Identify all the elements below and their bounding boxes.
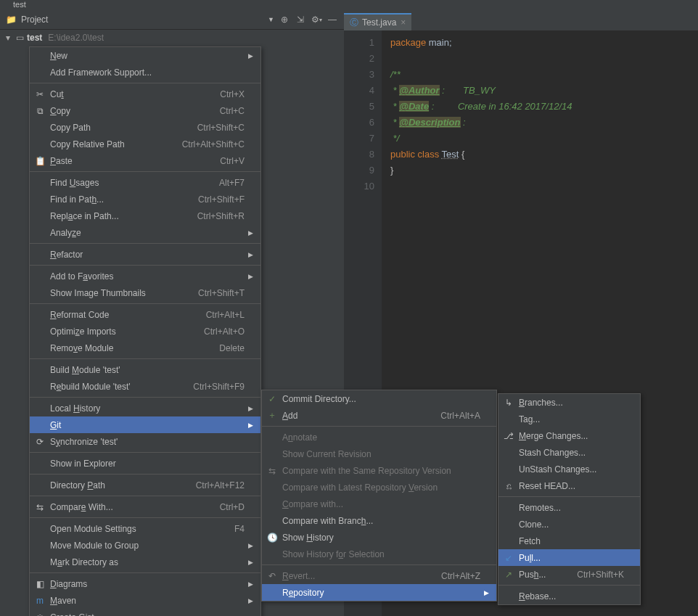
menu-item-label: Pull... <box>519 553 624 563</box>
repo-submenu-item[interactable]: Clone... <box>498 516 640 533</box>
menu-icon: 📋 <box>34 155 46 167</box>
context-menu-item[interactable]: Add to Favorites▶ <box>30 268 260 284</box>
code-line[interactable] <box>390 178 698 194</box>
repo-submenu-item[interactable]: UnStash Changes... <box>498 461 640 477</box>
menu-separator <box>30 171 260 172</box>
repo-submenu-item[interactable]: Fetch <box>498 533 640 549</box>
context-menu-item[interactable]: Find in Path...Ctrl+Shift+F <box>30 191 260 208</box>
menu-item-label: Add <box>282 411 440 421</box>
code-line[interactable]: public class Test { <box>390 147 698 163</box>
locate-icon[interactable]: ⊕ <box>279 14 290 25</box>
menu-item-shortcut: Ctrl+Shift+T <box>198 288 245 298</box>
menu-item-shortcut: Ctrl+Alt+Z <box>441 571 480 581</box>
context-menu-item[interactable]: Move Module to Group▶ <box>30 537 260 554</box>
hide-icon[interactable]: — <box>327 14 338 25</box>
repo-submenu-item[interactable]: Stash Changes... <box>498 444 640 461</box>
menu-separator <box>262 564 496 565</box>
context-menu-item[interactable]: Replace in Path...Ctrl+Shift+R <box>30 208 260 224</box>
context-menu-item[interactable]: ⇆Compare With...Ctrl+D <box>30 498 260 515</box>
menu-icon: ↶ <box>266 570 278 582</box>
context-menu-item[interactable]: Find UsagesAlt+F7 <box>30 174 260 191</box>
context-menu-item[interactable]: Reformat CodeCtrl+Alt+L <box>30 306 260 323</box>
menu-icon: ↳ <box>503 397 514 408</box>
context-menu-item[interactable]: ◌Create Gist... <box>30 609 260 616</box>
repo-submenu-item[interactable]: ↳Branches... <box>498 394 640 411</box>
context-menu-item[interactable]: ⟳Synchronize 'test' <box>30 433 260 450</box>
menu-separator <box>30 358 260 359</box>
menu-item-label: Cut <box>50 89 220 99</box>
context-menu-item[interactable]: Remove ModuleDelete <box>30 340 260 356</box>
repo-submenu-item[interactable]: Rebase... <box>498 588 640 604</box>
gear-icon[interactable]: ⚙▾ <box>311 14 322 25</box>
menu-item-label: Compare with the Same Repository Version <box>282 466 480 476</box>
git-submenu-item[interactable]: 🕓Show History <box>262 529 496 546</box>
folder-icon: 📁 <box>6 15 17 25</box>
context-menu-item[interactable]: Optimize ImportsCtrl+Alt+O <box>30 323 260 340</box>
submenu-arrow-icon: ▶ <box>245 273 253 280</box>
menu-item-shortcut: Ctrl+Alt+A <box>440 411 480 421</box>
context-menu-item[interactable]: Rebuild Module 'test'Ctrl+Shift+F9 <box>30 378 260 395</box>
repo-submenu-item[interactable]: ↙Pull... <box>498 549 640 566</box>
menu-item-shortcut: Alt+F7 <box>219 178 245 188</box>
menu-item-label: Remotes... <box>519 503 624 513</box>
collapse-all-icon[interactable]: ⇲ <box>295 14 306 25</box>
repository-submenu[interactable]: ↳Branches...Tag...⎇Merge Changes...Stash… <box>498 393 641 605</box>
code-line[interactable]: * @Date : Create in 16:42 2017/12/14 <box>390 99 698 115</box>
chevron-down-icon[interactable]: ▼ <box>268 16 274 23</box>
context-menu-item[interactable]: Build Module 'test' <box>30 361 260 378</box>
code-line[interactable] <box>390 51 698 67</box>
git-submenu-item: Show Current Revision <box>262 445 496 462</box>
expand-arrow-icon[interactable]: ▾ <box>6 33 16 43</box>
menu-separator <box>30 572 260 573</box>
git-submenu-item[interactable]: ＋AddCtrl+Alt+A <box>262 407 496 424</box>
git-submenu-item[interactable]: Compare with Branch... <box>262 512 496 529</box>
context-menu-item[interactable]: ◧Diagrams▶ <box>30 575 260 592</box>
editor-tab-test-java[interactable]: Ⓒ Test.java × <box>344 13 411 30</box>
repo-submenu-item[interactable]: ↗Push...Ctrl+Shift+K <box>498 566 640 583</box>
git-submenu-item[interactable]: ✓Commit Directory... <box>262 390 496 407</box>
context-menu-item[interactable]: Directory PathCtrl+Alt+F12 <box>30 477 260 493</box>
context-menu-item[interactable]: Git▶ <box>30 416 260 433</box>
code-line[interactable]: } <box>390 163 698 178</box>
context-menu-item[interactable]: Show in Explorer <box>30 455 260 472</box>
code-line[interactable]: * @Author : TB_WY <box>390 83 698 99</box>
context-menu-item[interactable]: 📋PasteCtrl+V <box>30 152 260 169</box>
context-menu-item[interactable]: Copy Relative PathCtrl+Alt+Shift+C <box>30 136 260 152</box>
menu-item-label: Remove Module <box>50 343 219 353</box>
submenu-arrow-icon: ▶ <box>245 251 253 258</box>
context-menu-item[interactable]: New▶ <box>30 47 260 64</box>
context-menu-item[interactable]: ✂CutCtrl+X <box>30 86 260 102</box>
context-menu-item[interactable]: ⧉CopyCtrl+C <box>30 102 260 119</box>
menu-item-label: Show History for Selection <box>282 549 480 559</box>
menu-item-label: Mark Directory as <box>50 557 245 567</box>
code-line[interactable]: * @Description : <box>390 115 698 131</box>
context-menu-item[interactable]: Open Module SettingsF4 <box>30 520 260 537</box>
project-root-row[interactable]: ▾ ▭ test E:\idea2.0\test <box>0 30 344 45</box>
menu-icon: ✂ <box>34 89 46 100</box>
context-menu[interactable]: New▶Add Framework Support...✂CutCtrl+X⧉C… <box>29 46 261 616</box>
code-line[interactable]: package main; <box>390 35 698 51</box>
project-header[interactable]: 📁 Project ▼ ⊕ ⇲ ⚙▾ — <box>0 10 344 30</box>
code-line[interactable]: /** <box>390 67 698 83</box>
git-submenu-item[interactable]: Repository▶ <box>262 584 496 601</box>
context-menu-item[interactable]: Local History▶ <box>30 400 260 416</box>
menu-icon: m <box>34 595 46 607</box>
close-icon[interactable]: × <box>401 17 406 28</box>
git-submenu[interactable]: ✓Commit Directory...＋AddCtrl+Alt+AAnnota… <box>261 390 497 601</box>
repo-submenu-item[interactable]: Tag... <box>498 411 640 427</box>
repo-submenu-item[interactable]: ⎌Reset HEAD... <box>498 477 640 494</box>
repo-submenu-item[interactable]: ⎇Merge Changes... <box>498 427 640 444</box>
project-tree[interactable]: ▾ ▭ test E:\idea2.0\test <box>0 30 344 45</box>
menu-item-label: Revert... <box>282 571 441 581</box>
code-line[interactable]: */ <box>390 131 698 147</box>
editor-tabbar[interactable]: Ⓒ Test.java × <box>344 10 698 30</box>
menu-separator <box>262 426 496 427</box>
context-menu-item[interactable]: Analyze▶ <box>30 224 260 241</box>
context-menu-item[interactable]: Add Framework Support... <box>30 64 260 81</box>
context-menu-item[interactable]: Refactor▶ <box>30 246 260 263</box>
repo-submenu-item[interactable]: Remotes... <box>498 499 640 516</box>
context-menu-item[interactable]: mMaven▶ <box>30 592 260 609</box>
context-menu-item[interactable]: Show Image ThumbnailsCtrl+Shift+T <box>30 284 260 301</box>
context-menu-item[interactable]: Copy PathCtrl+Shift+C <box>30 119 260 136</box>
context-menu-item[interactable]: Mark Directory as▶ <box>30 554 260 570</box>
